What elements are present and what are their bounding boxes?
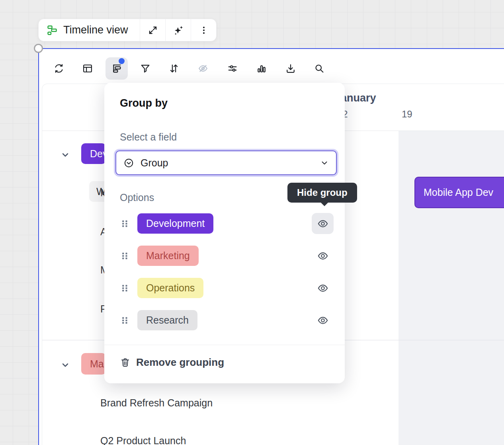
hide-group-tooltip: Hide group — [287, 183, 357, 203]
group-by-popup: Group by Select a field Group Options De… — [104, 83, 345, 383]
table-layout-button[interactable] — [76, 57, 99, 80]
group-option-row: Operations — [115, 277, 334, 299]
trash-icon — [120, 357, 131, 368]
drag-handle-icon[interactable] — [121, 252, 131, 260]
remove-grouping-label: Remove grouping — [136, 356, 224, 369]
option-chip-research: Research — [137, 310, 197, 330]
frame-resize-handle[interactable] — [34, 44, 43, 53]
field-select[interactable]: Group — [115, 150, 337, 175]
option-chip-operations: Operations — [137, 278, 203, 298]
group-option-row: Research — [115, 310, 334, 331]
field-select-value: Group — [141, 157, 314, 169]
widget-title: Timeline view — [63, 24, 128, 36]
filter-button[interactable] — [134, 57, 156, 80]
hide-fields-button[interactable] — [192, 57, 214, 80]
sparkles-button[interactable] — [165, 19, 191, 41]
options-label: Options — [120, 192, 154, 203]
canvas: Weeks January 12 19 Dev Mobile A API Int… — [0, 0, 504, 445]
hide-group-eye-button[interactable] — [312, 310, 334, 331]
option-chip-marketing: Marketing — [137, 246, 199, 266]
hide-group-eye-button[interactable] — [312, 245, 334, 266]
timeline-view-icon — [47, 25, 58, 36]
remove-grouping-button[interactable]: Remove grouping — [120, 356, 224, 369]
week-tick: 19 — [402, 109, 412, 120]
widget-title-section[interactable]: Timeline view — [39, 19, 140, 41]
group-option-row: Development — [115, 213, 334, 234]
task-row[interactable]: Q2 Product Launch — [100, 434, 186, 445]
group-active-badge — [119, 58, 125, 64]
settings-sliders-button[interactable] — [221, 57, 244, 80]
hide-group-eye-button[interactable] — [312, 277, 334, 299]
chart-button[interactable] — [250, 57, 273, 80]
hide-group-eye-button[interactable] — [312, 213, 334, 234]
search-button[interactable] — [308, 57, 330, 80]
option-chip-development: Development — [137, 213, 213, 234]
field-section-label: Select a field — [120, 131, 177, 143]
expand-button[interactable] — [140, 19, 165, 41]
sort-button[interactable] — [163, 57, 185, 80]
gantt-bar-mobile-app-dev[interactable]: Mobile App Dev — [414, 177, 504, 208]
download-button[interactable] — [279, 57, 302, 80]
group-badge-development: Dev — [81, 143, 106, 164]
kebab-menu-button[interactable] — [191, 19, 216, 41]
collapse-group-chevron[interactable] — [60, 359, 71, 371]
drag-handle-icon[interactable] — [121, 316, 131, 325]
popup-title: Group by — [120, 97, 168, 109]
drag-handle-icon[interactable] — [121, 219, 131, 228]
collapse-group-chevron[interactable] — [60, 149, 71, 160]
circle-chevron-icon — [123, 158, 134, 168]
group-badge-marketing: Ma — [81, 353, 106, 375]
group-option-row: Marketing — [115, 245, 334, 266]
chevron-down-icon — [320, 158, 329, 167]
task-row[interactable]: Brand Refresh Campaign — [100, 396, 213, 409]
floating-toolbar: Timeline view — [38, 19, 217, 41]
popup-footer: Remove grouping — [104, 345, 345, 383]
refresh-button[interactable] — [48, 57, 70, 80]
drag-handle-icon[interactable] — [121, 284, 131, 293]
